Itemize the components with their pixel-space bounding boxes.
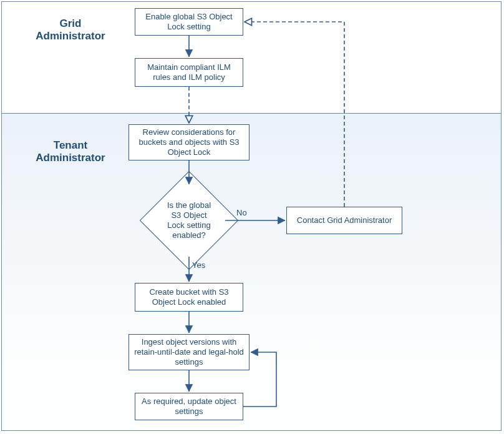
diagram-frame: GridAdministrator TenantAdministrator En… — [1, 1, 502, 431]
flowchart-canvas: GridAdministrator TenantAdministrator En… — [0, 0, 504, 434]
edge-label-no: No — [236, 208, 247, 217]
node-decision-global-enabled: Is the global S3 Object Lock setting ena… — [154, 185, 224, 255]
node-create-bucket: Create bucket with S3 Object Lock enable… — [135, 283, 243, 312]
node-ingest-object-versions: Ingest object versions with retain-until… — [128, 334, 250, 370]
node-contact-grid-admin: Contact Grid Administrator — [286, 207, 402, 234]
node-review-considerations: Review considerations for buckets and ob… — [128, 124, 250, 160]
edge-label-yes: Yes — [192, 260, 205, 270]
role-divider — [2, 113, 501, 114]
role-label-grid-admin: GridAdministrator — [27, 17, 114, 43]
decision-text: Is the global S3 Object Lock setting ena… — [154, 185, 224, 255]
node-maintain-ilm: Maintain compliant ILM rules and ILM pol… — [135, 58, 243, 87]
role-label-tenant-admin: TenantAdministrator — [27, 139, 114, 165]
node-enable-global-lock: Enable global S3 Object Lock setting — [135, 8, 243, 36]
node-update-object-settings: As required, update object settings — [135, 393, 243, 420]
